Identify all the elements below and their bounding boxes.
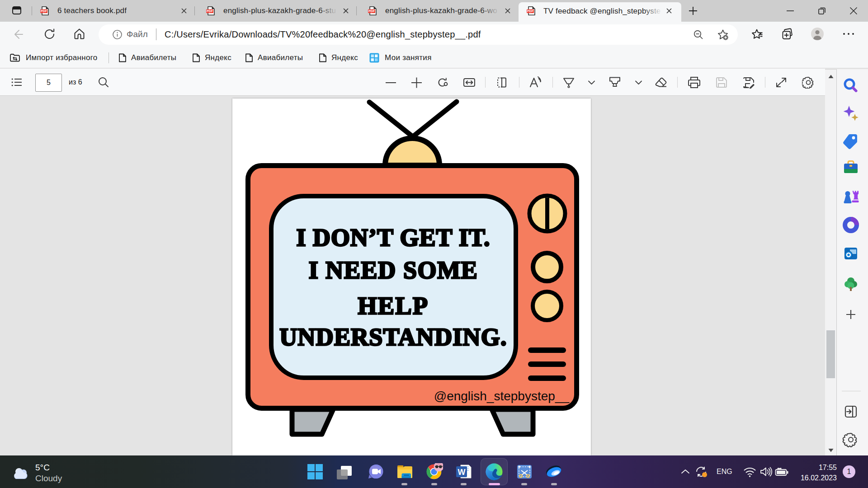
svg-text:PDF: PDF	[368, 9, 375, 13]
svg-text:PDF: PDF	[41, 9, 47, 13]
svg-text:UNDERSTANDING.: UNDERSTANDING.	[279, 324, 507, 351]
svg-text:PDF: PDF	[207, 9, 213, 13]
svg-text:I DON’T GET IT.: I DON’T GET IT.	[296, 224, 490, 251]
svg-text:@english_stepbystep__: @english_stepbystep__	[434, 389, 570, 403]
svg-text:W: W	[458, 468, 466, 477]
svg-text:I NEED SOME: I NEED SOME	[309, 257, 478, 284]
svg-text:PDF: PDF	[527, 9, 533, 13]
svg-text:HELP: HELP	[358, 292, 429, 319]
